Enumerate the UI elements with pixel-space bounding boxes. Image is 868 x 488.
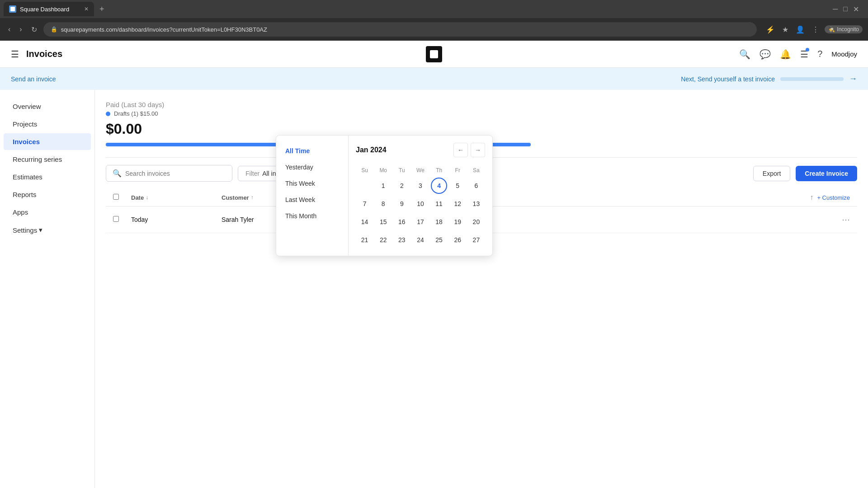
select-all-checkbox[interactable] [113, 193, 131, 202]
chat-icon[interactable]: 💬 [760, 49, 771, 60]
sidebar-item-estimates[interactable]: Estimates [4, 169, 91, 185]
menu-button[interactable]: ☰ [11, 49, 19, 60]
bell-icon[interactable]: 🔔 [780, 49, 791, 60]
search-box[interactable]: 🔍 [106, 165, 232, 182]
cal-day-7[interactable]: 7 [357, 196, 373, 212]
row-checkbox[interactable] [113, 216, 131, 224]
cal-day-11[interactable]: 11 [431, 196, 447, 212]
cal-day-15[interactable]: 15 [375, 214, 392, 230]
cal-day-6[interactable]: 6 [468, 178, 484, 194]
address-bar[interactable]: 🔒 squarepayments.com/dashboard/invoices?… [43, 22, 757, 37]
date-sort-icon: ↓ [146, 194, 148, 201]
incognito-badge: 🕵 Incognito [825, 25, 863, 33]
profile-button[interactable]: 👤 [794, 23, 807, 36]
row-menu-button[interactable]: ⋯ [842, 215, 850, 225]
calendar-prev-button[interactable]: ← [453, 143, 468, 157]
search-input[interactable] [125, 170, 226, 177]
maximize-button[interactable]: □ [843, 5, 848, 14]
up-icon: ↑ [810, 193, 813, 202]
cal-day-18[interactable]: 18 [431, 214, 447, 230]
sidebar-item-overview[interactable]: Overview [4, 98, 91, 115]
minimize-button[interactable]: ─ [833, 5, 838, 14]
cal-day-14[interactable]: 14 [357, 214, 373, 230]
preset-last-week[interactable]: Last Week [276, 192, 348, 208]
lock-icon: 🔒 [51, 26, 57, 33]
stats-label-text: Paid [106, 101, 119, 108]
col-date[interactable]: Date ↓ [131, 194, 222, 201]
day-header-th: Th [430, 164, 448, 176]
banner: Send an invoice Next, Send yourself a te… [0, 68, 868, 90]
cal-day-13[interactable]: 13 [468, 196, 484, 212]
calendar-grid: Su Mo Tu We Th Fr Sa 1 2 3 4 5 [356, 164, 485, 249]
cal-day-23[interactable]: 23 [394, 232, 410, 248]
draft-dot [106, 112, 110, 116]
cal-day-22[interactable]: 22 [375, 232, 392, 248]
cal-day-20[interactable]: 20 [468, 214, 484, 230]
cal-day-10[interactable]: 10 [412, 196, 429, 212]
bookmark-button[interactable]: ★ [780, 23, 790, 36]
cal-day-25[interactable]: 25 [431, 232, 447, 248]
preset-yesterday[interactable]: Yesterday [276, 159, 348, 175]
new-tab-button[interactable]: + [96, 3, 108, 16]
cal-day-9[interactable]: 9 [394, 196, 410, 212]
top-nav: ☰ Invoices 🔍 💬 🔔 ☰ ? Moodjoy [0, 41, 868, 68]
sidebar: Overview Projects Invoices Recurring ser… [0, 90, 95, 488]
settings-arrow-icon: ▾ [39, 226, 42, 234]
day-header-sa: Sa [467, 164, 485, 176]
search-icon[interactable]: 🔍 [739, 49, 750, 60]
preset-all-time[interactable]: All Time [276, 143, 348, 159]
extensions-button[interactable]: ⚡ [764, 23, 777, 36]
calendar-next-button[interactable]: → [471, 143, 485, 157]
cal-day-3[interactable]: 3 [412, 178, 429, 194]
content-area: Paid (Last 30 days) Drafts (1) $15.00 $0… [95, 90, 868, 488]
create-invoice-button[interactable]: Create Invoice [796, 166, 857, 181]
cal-day-8[interactable]: 8 [375, 196, 392, 212]
close-window-button[interactable]: ✕ [853, 5, 859, 14]
filter-label: Filter [245, 170, 259, 177]
cal-day-26[interactable]: 26 [449, 232, 466, 248]
help-icon[interactable]: ? [817, 49, 822, 59]
cal-day-24[interactable]: 24 [412, 232, 429, 248]
export-button[interactable]: Export [753, 166, 790, 181]
cal-day-16[interactable]: 16 [394, 214, 410, 230]
cal-day-5[interactable]: 5 [449, 178, 466, 194]
tab-close-button[interactable]: ✕ [84, 6, 89, 12]
browser-chrome: Square Dashboard ✕ + ─ □ ✕ ‹ › ↻ 🔒 squar… [0, 0, 868, 41]
cal-day-empty-1 [357, 178, 373, 194]
banner-send-link[interactable]: Send an invoice [11, 75, 56, 83]
sidebar-item-recurring[interactable]: Recurring series [4, 151, 91, 168]
top-nav-right: 🔍 💬 🔔 ☰ ? Moodjoy [739, 49, 857, 60]
preset-this-month[interactable]: This Month [276, 208, 348, 224]
cal-day-21[interactable]: 21 [357, 232, 373, 248]
day-header-tu: Tu [393, 164, 410, 176]
cal-day-17[interactable]: 17 [412, 214, 429, 230]
row-checkbox-input[interactable] [113, 216, 119, 222]
back-button[interactable]: ‹ [5, 23, 13, 36]
active-tab[interactable]: Square Dashboard ✕ [4, 2, 94, 16]
sidebar-item-reports[interactable]: Reports [4, 186, 91, 203]
cal-day-1[interactable]: 1 [375, 178, 392, 194]
sidebar-item-settings[interactable]: Settings ▾ [4, 221, 91, 239]
browser-nav: ‹ › ↻ 🔒 squarepayments.com/dashboard/inv… [0, 18, 868, 41]
reload-button[interactable]: ↻ [28, 23, 40, 37]
calendar-month: Jan 2024 [356, 146, 387, 154]
cal-day-27[interactable]: 27 [468, 232, 484, 248]
list-icon[interactable]: ☰ [800, 49, 808, 60]
cal-day-19[interactable]: 19 [449, 214, 466, 230]
page-title: Invoices [26, 49, 62, 59]
sidebar-item-apps[interactable]: Apps [4, 204, 91, 221]
preset-this-week[interactable]: This Week [276, 175, 348, 192]
stats-label: Paid (Last 30 days) [106, 101, 857, 108]
sidebar-item-invoices[interactable]: Invoices [4, 133, 91, 150]
cal-day-4[interactable]: 4 [431, 178, 447, 194]
cal-day-12[interactable]: 12 [449, 196, 466, 212]
cal-day-2[interactable]: 2 [394, 178, 410, 194]
sidebar-item-projects[interactable]: Projects [4, 116, 91, 132]
select-all-input[interactable] [113, 194, 119, 200]
forward-button[interactable]: › [17, 23, 24, 36]
incognito-icon: 🕵 [828, 26, 835, 33]
banner-arrow-button[interactable]: → [849, 74, 857, 84]
user-name[interactable]: Moodjoy [831, 50, 857, 58]
settings-button[interactable]: ⋮ [810, 23, 821, 36]
customize-button[interactable]: + Customize [817, 194, 850, 201]
